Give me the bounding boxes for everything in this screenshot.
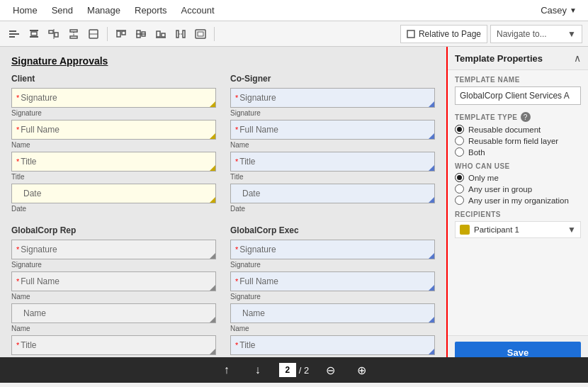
rep-name-field[interactable]: Name bbox=[11, 303, 216, 323]
document-area: Signature Approvals Client * Signature S… bbox=[0, 47, 446, 383]
zoom-out-button[interactable]: ⊖ bbox=[320, 360, 340, 380]
radio-only-me[interactable]: Only me bbox=[455, 173, 581, 182]
cosigner-signature-field[interactable]: * Signature bbox=[230, 88, 435, 108]
zoom-in-button[interactable]: ⊕ bbox=[351, 360, 371, 380]
template-type-help-icon[interactable]: ? bbox=[521, 112, 531, 122]
distribute-h-icon[interactable] bbox=[172, 26, 189, 43]
bottom-bar: ↑ ↓ 2 / 2 ⊖ ⊕ bbox=[0, 357, 588, 383]
relative-to-page-button[interactable]: Relative to Page bbox=[400, 25, 487, 43]
client-label: Client bbox=[11, 74, 216, 84]
align-left-icon[interactable] bbox=[6, 26, 23, 43]
rep-signature-field[interactable]: * Signature bbox=[11, 240, 216, 259]
field-corner-icon bbox=[210, 317, 215, 322]
navigate-dropdown[interactable]: Navigate to... ▼ bbox=[490, 25, 582, 43]
participant-row[interactable]: Participant 1 ▼ bbox=[455, 221, 581, 238]
toolbar-sep-2 bbox=[214, 27, 215, 41]
field-placeholder: Name bbox=[23, 308, 46, 318]
distribute-v-icon[interactable] bbox=[65, 26, 82, 43]
radio-any-user-group[interactable]: Any user in group bbox=[455, 184, 581, 194]
panel-collapse-button[interactable]: ∧ bbox=[574, 52, 581, 64]
exec-name-field[interactable]: Name bbox=[230, 303, 435, 323]
user-name: Casey bbox=[541, 5, 567, 16]
svg-rect-2 bbox=[9, 36, 15, 38]
globalcorp-rep-label: GlobalCorp Rep bbox=[11, 225, 216, 235]
field-sublabel: Signature bbox=[230, 261, 435, 269]
required-marker: * bbox=[235, 341, 238, 349]
radio-any-user-org-btn[interactable] bbox=[455, 196, 464, 205]
field-sublabel: Signature bbox=[230, 109, 435, 117]
exec-signature-field[interactable]: * Signature bbox=[230, 240, 435, 259]
recipients-grid: Client * Signature Signature * Full Name… bbox=[11, 74, 435, 362]
menu-home[interactable]: Home bbox=[6, 0, 45, 21]
object-align-icon[interactable] bbox=[45, 26, 62, 43]
field-corner-icon bbox=[429, 133, 434, 139]
radio-reusable-document[interactable]: Reusable document bbox=[455, 125, 581, 134]
page-up-button[interactable]: ↑ bbox=[217, 360, 237, 380]
participant-chevron-icon[interactable]: ▼ bbox=[567, 225, 576, 235]
align-center-icon[interactable] bbox=[26, 26, 43, 43]
radio-reusable-document-btn[interactable] bbox=[455, 125, 464, 134]
menu-bar: Home Send Manage Reports Account Casey ▼ bbox=[0, 0, 588, 21]
required-marker: * bbox=[235, 94, 238, 102]
svg-rect-15 bbox=[122, 31, 125, 35]
align-bottom-icon[interactable] bbox=[152, 26, 169, 43]
menu-account[interactable]: Account bbox=[174, 0, 222, 21]
menu-manage[interactable]: Manage bbox=[80, 0, 128, 21]
panel-title: Template Properties bbox=[455, 53, 543, 64]
field-corner-icon bbox=[429, 285, 434, 291]
page-down-button[interactable]: ↓ bbox=[248, 360, 268, 380]
client-date-field[interactable]: Date bbox=[11, 184, 216, 203]
field-corner-icon bbox=[429, 197, 434, 203]
current-page[interactable]: 2 bbox=[279, 363, 296, 377]
radio-both[interactable]: Both bbox=[455, 147, 581, 157]
exec-title-field[interactable]: * Title bbox=[230, 335, 435, 355]
required-marker: * bbox=[235, 125, 238, 134]
required-marker: * bbox=[16, 341, 19, 349]
rep-fullname-field[interactable]: * Full Name bbox=[11, 271, 216, 291]
rep-title-field[interactable]: * Title bbox=[11, 335, 216, 355]
radio-reusable-document-label: Reusable document bbox=[468, 125, 541, 134]
field-corner-icon bbox=[429, 165, 434, 171]
radio-reusable-form-btn[interactable] bbox=[455, 136, 464, 145]
required-marker: * bbox=[16, 277, 19, 286]
field-placeholder: Full Name bbox=[21, 125, 60, 135]
field-corner-icon bbox=[210, 165, 215, 171]
align-top-icon[interactable] bbox=[113, 26, 130, 43]
align-edges-icon[interactable] bbox=[192, 26, 209, 43]
page-indicator: 2 / 2 bbox=[279, 363, 309, 377]
client-fullname-field[interactable]: * Full Name bbox=[11, 120, 216, 140]
cosigner-section: Co-Signer * Signature Signature * Full N… bbox=[230, 74, 435, 215]
client-title-field[interactable]: * Title bbox=[11, 152, 216, 172]
svg-rect-28 bbox=[407, 30, 414, 38]
client-signature-field[interactable]: * Signature bbox=[11, 88, 216, 108]
align-mid-icon[interactable] bbox=[132, 26, 149, 43]
participant-label: Participant 1 bbox=[474, 225, 563, 234]
radio-reusable-form[interactable]: Reusable form field layer bbox=[455, 136, 581, 145]
resize-icon[interactable] bbox=[85, 26, 102, 43]
radio-only-me-btn[interactable] bbox=[455, 173, 464, 182]
required-marker: * bbox=[235, 245, 238, 254]
radio-any-user-org[interactable]: Any user in my organization bbox=[455, 196, 581, 205]
panel-body: TEMPLATE NAME TEMPLATE TYPE ? Reusable d… bbox=[448, 70, 588, 335]
svg-rect-23 bbox=[176, 30, 179, 38]
panel-header: Template Properties ∧ bbox=[448, 47, 588, 70]
template-name-section-label: TEMPLATE NAME bbox=[455, 76, 581, 84]
menu-send[interactable]: Send bbox=[45, 0, 80, 21]
required-marker: * bbox=[16, 94, 19, 102]
field-placeholder: Signature bbox=[239, 93, 276, 103]
cosigner-fullname-field[interactable]: * Full Name bbox=[230, 120, 435, 140]
user-menu[interactable]: Casey ▼ bbox=[535, 5, 582, 16]
svg-rect-5 bbox=[30, 36, 38, 38]
cosigner-date-field[interactable]: Date bbox=[230, 184, 435, 203]
menu-reports[interactable]: Reports bbox=[128, 0, 174, 21]
field-sublabel: Date bbox=[230, 205, 435, 213]
svg-rect-10 bbox=[70, 36, 77, 38]
recipients-section-label: RECIPIENTS bbox=[455, 211, 581, 218]
radio-any-user-group-btn[interactable] bbox=[455, 184, 464, 194]
radio-both-btn[interactable] bbox=[455, 147, 464, 157]
template-name-input[interactable] bbox=[455, 86, 581, 105]
cosigner-title-field[interactable]: * Title bbox=[230, 152, 435, 172]
field-placeholder: Full Name bbox=[239, 276, 278, 286]
exec-fullname-field[interactable]: * Full Name bbox=[230, 271, 435, 291]
svg-rect-9 bbox=[70, 30, 77, 32]
